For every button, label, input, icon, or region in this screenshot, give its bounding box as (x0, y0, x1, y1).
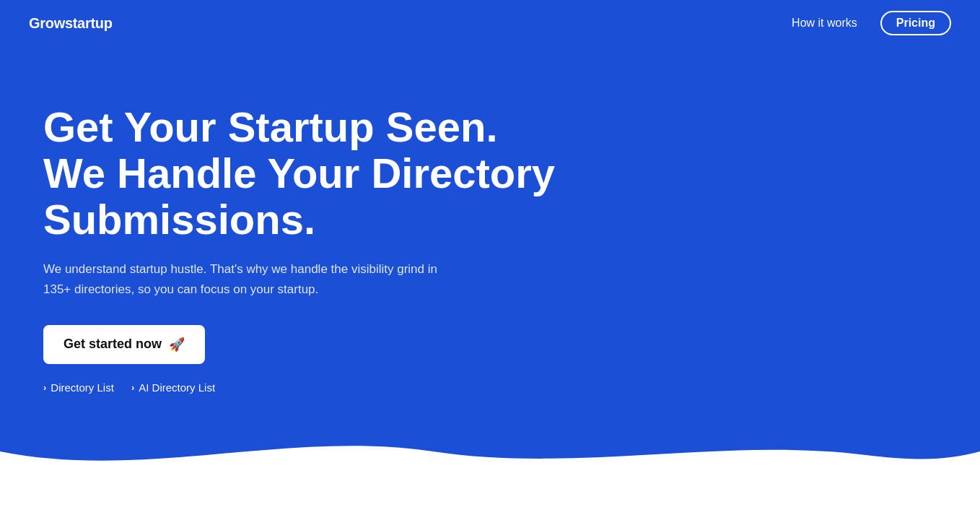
wave-divider (0, 423, 980, 480)
get-started-button[interactable]: Get started now 🚀 (43, 325, 205, 364)
logo[interactable]: Growstartup (29, 15, 113, 32)
nav-right: How it works Pricing (792, 11, 951, 35)
directory-list-link[interactable]: › Directory List (43, 381, 114, 394)
hero-subtitle: We understand startup hustle. That's why… (43, 259, 447, 298)
rocket-icon: 🚀 (169, 337, 185, 352)
hero-links: › Directory List › AI Directory List (43, 381, 937, 394)
cta-label: Get started now (64, 337, 162, 352)
directories-section: We will submit your startup across all t… (0, 480, 980, 515)
hero-title: Get Your Startup Seen. We Handle Your Di… (43, 104, 693, 242)
chevron-right-icon-2: › (131, 382, 134, 393)
ai-directory-list-link[interactable]: › AI Directory List (131, 381, 215, 394)
hero-title-line2: We Handle Your Directory Submissions. (43, 150, 555, 243)
directory-list-label: Directory List (51, 381, 114, 394)
how-it-works-link[interactable]: How it works (792, 17, 857, 30)
hero-title-line1: Get Your Startup Seen. (43, 103, 498, 150)
ai-directory-list-label: AI Directory List (139, 381, 215, 394)
chevron-right-icon: › (43, 382, 46, 393)
hero-section: Get Your Startup Seen. We Handle Your Di… (0, 46, 980, 480)
navbar: Growstartup How it works Pricing (0, 0, 980, 46)
pricing-button[interactable]: Pricing (880, 11, 951, 35)
